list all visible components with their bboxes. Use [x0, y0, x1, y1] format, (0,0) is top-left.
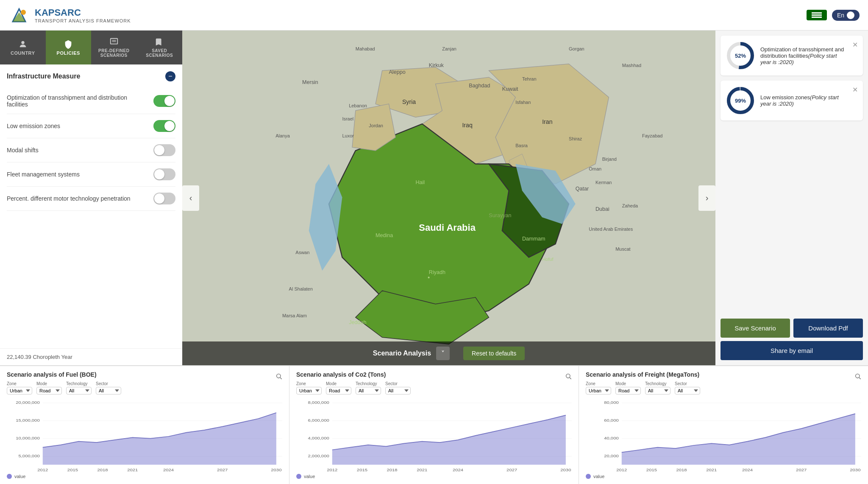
low-emission-toggle[interactable] — [153, 120, 175, 132]
scenario-chevron[interactable]: ˅ — [436, 347, 450, 360]
progress-value-transshipment: 52% — [735, 53, 746, 59]
close-low-emission-card[interactable]: ✕ — [852, 86, 858, 94]
svg-text:8,000,000: 8,000,000 — [308, 400, 329, 405]
fuel-mode-filter: Mode Road — [36, 381, 62, 394]
language-toggle[interactable]: En — [832, 10, 860, 21]
modal-shifts-label: Modal shifts — [7, 147, 153, 154]
freight-tech-select[interactable]: All — [645, 387, 670, 394]
chart-freight-legend: value — [586, 474, 861, 479]
tab-predefined[interactable]: PRE-DEFINEDSCENARIOS — [91, 31, 137, 64]
search-icon-fuel[interactable] — [275, 373, 282, 380]
svg-text:Iraq: Iraq — [462, 122, 472, 129]
tab-country[interactable]: COUNTRY — [0, 31, 46, 64]
svg-text:60,000: 60,000 — [604, 418, 619, 422]
svg-text:Al Shalaten: Al Shalaten — [289, 286, 313, 291]
map-nav-left[interactable]: ‹ — [182, 185, 199, 211]
policy-item-transshipment: Optimization of transshipment and distri… — [7, 88, 175, 114]
svg-text:Iran: Iran — [542, 118, 552, 125]
svg-text:Aleppo: Aleppo — [389, 69, 405, 75]
save-scenario-btn[interactable]: Save Scenario — [721, 319, 790, 338]
chart-co2: Scenario analysis of Co2 (Tons) Zone Urb… — [289, 366, 579, 484]
fuel-tech-select[interactable]: All — [66, 387, 92, 394]
collapse-btn[interactable]: − — [165, 71, 175, 81]
svg-text:2018: 2018 — [676, 468, 687, 472]
download-pdf-btn[interactable]: Download Pdf — [793, 319, 863, 338]
svg-text:United Arab Emirates: United Arab Emirates — [589, 227, 633, 232]
motor-tech-toggle[interactable] — [153, 193, 175, 204]
toggle-knob-5 — [154, 193, 164, 204]
scenario-label: Scenario Analysis — [373, 350, 431, 357]
freight-tech-filter: Technology All — [645, 381, 670, 394]
modal-shifts-toggle[interactable] — [153, 144, 175, 156]
svg-text:Fayzabad: Fayzabad — [642, 133, 662, 138]
logo-area: KAPSARC TRANSPORT ANALYSIS FRAMEWORK — [8, 5, 131, 26]
reset-defaults-btn[interactable]: Reset to defaults — [463, 347, 525, 360]
motor-tech-label: Percent. different motor technology pene… — [7, 195, 153, 202]
svg-text:Luxor: Luxor — [342, 133, 354, 138]
tab-saved[interactable]: SAVEDSCENARIOS — [137, 31, 183, 64]
co2-zone-filter: Zone Urban — [296, 381, 322, 394]
svg-text:15,000,000: 15,000,000 — [16, 418, 40, 422]
co2-zone-select[interactable]: Urban — [296, 387, 322, 394]
map-svg: Syria Iraq Iran Saudi Arabia Kuwait Qata… — [182, 31, 715, 365]
svg-text:Birjand: Birjand — [602, 157, 617, 162]
close-transshipment-card[interactable]: ✕ — [852, 41, 858, 49]
svg-text:Gorgan: Gorgan — [569, 46, 584, 51]
chart-fuel-legend: value — [7, 474, 282, 479]
co2-mode-select[interactable]: Road — [326, 387, 351, 394]
svg-text:2015: 2015 — [67, 468, 78, 472]
right-panel: 52% Optimization of transshipment and di… — [715, 31, 868, 365]
fuel-zone-select[interactable]: Urban — [7, 387, 32, 394]
low-emission-label: Low emission zones — [7, 123, 153, 129]
share-email-btn[interactable]: Share by email — [721, 341, 863, 360]
co2-tech-select[interactable]: All — [356, 387, 381, 394]
legend-dot-freight — [586, 474, 591, 479]
co2-tech-filter: Technology All — [356, 381, 381, 394]
flag-button[interactable] — [807, 10, 827, 20]
scenario-bar: Scenario Analysis ˅ Reset to defaults — [182, 341, 715, 365]
transshipment-toggle[interactable] — [153, 95, 175, 107]
svg-text:10,000,000: 10,000,000 — [16, 436, 40, 440]
svg-text:Israel: Israel — [342, 116, 353, 121]
progress-low-emission: 99% — [726, 86, 755, 115]
policy-item-motor-tech: Percent. different motor technology pene… — [7, 187, 175, 211]
svg-text:2018: 2018 — [97, 468, 108, 472]
svg-text:Kirkuk: Kirkuk — [429, 62, 444, 68]
freight-mode-select[interactable]: Road — [615, 387, 641, 394]
legend-dot-fuel — [7, 474, 12, 479]
map-nav-right[interactable]: › — [698, 185, 715, 211]
svg-text:2015: 2015 — [646, 468, 657, 472]
svg-text:2021: 2021 — [706, 468, 717, 472]
chart-co2-area: 8,000,000 6,000,000 4,000,000 2,000,000 … — [296, 398, 572, 472]
chart-freight-filters: Zone Urban Mode Road Technology All Sect… — [586, 381, 861, 394]
svg-text:Zanjan: Zanjan — [442, 46, 456, 51]
svg-text:Lebanon: Lebanon — [349, 103, 367, 108]
freight-sector-filter: Sector All — [675, 381, 700, 394]
svg-text:2027: 2027 — [217, 468, 228, 472]
toggle-circle — [847, 11, 854, 19]
fuel-mode-select[interactable]: Road — [36, 387, 62, 394]
search-icon-co2[interactable] — [565, 373, 572, 380]
svg-text:Oman: Oman — [589, 166, 601, 171]
svg-text:Zaheda: Zaheda — [622, 203, 638, 208]
svg-line-90 — [859, 378, 861, 379]
svg-text:2024: 2024 — [742, 468, 753, 472]
predefined-icon — [109, 37, 119, 47]
tab-policies[interactable]: POLICIES — [46, 31, 92, 64]
svg-text:Dubai: Dubai — [595, 206, 609, 212]
map-area: Syria Iraq Iran Saudi Arabia Kuwait Qata… — [182, 31, 715, 365]
co2-sector-filter: Sector All — [385, 381, 411, 394]
svg-text:20,000: 20,000 — [604, 454, 619, 458]
search-icon-freight[interactable] — [854, 373, 861, 380]
co2-sector-select[interactable]: All — [385, 387, 411, 394]
chart-fuel-title: Scenario analysis of Fuel (BOE) — [7, 371, 97, 378]
svg-text:80,000: 80,000 — [604, 400, 619, 405]
fleet-management-toggle[interactable] — [153, 168, 175, 180]
fuel-sector-select[interactable]: All — [96, 387, 121, 394]
chart-fuel: Scenario analysis of Fuel (BOE) Zone Urb… — [0, 366, 289, 484]
freight-sector-select[interactable]: All — [675, 387, 700, 394]
transshipment-card-text: Optimization of transshipment and distri… — [760, 46, 847, 65]
fuel-sector-filter: Sector All — [96, 381, 121, 394]
freight-zone-select[interactable]: Urban — [586, 387, 611, 394]
svg-text:2,000,000: 2,000,000 — [308, 454, 329, 458]
